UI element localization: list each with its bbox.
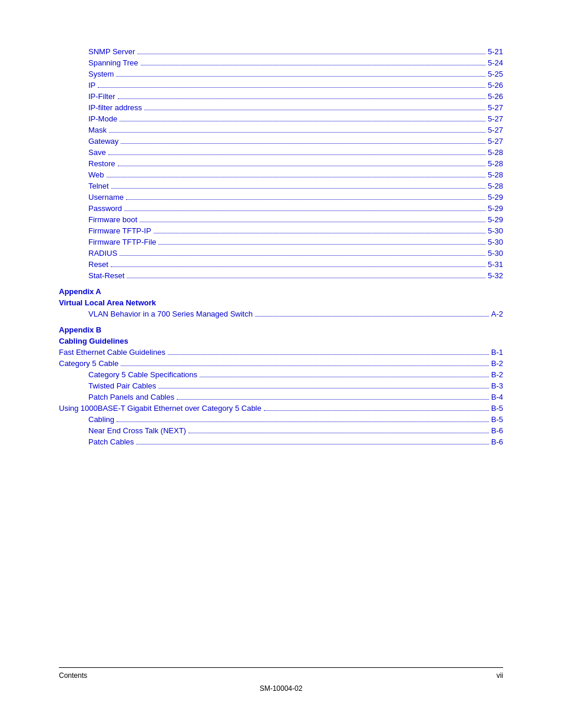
page-content: SNMP Server5-21Spanning Tree5-24System5-… <box>0 0 562 496</box>
toc-entry: SNMP Server5-21 <box>59 47 503 56</box>
toc-entry-page: 5-32 <box>488 271 503 280</box>
toc-entry-label[interactable]: IP-filter address <box>88 103 142 112</box>
appendix-a-header: Appendix AVirtual Local Area Network <box>59 287 503 307</box>
toc-entry-page: B-2 <box>491 370 503 379</box>
toc-entry: Patch CablesB-6 <box>59 437 503 446</box>
appendix-b-title-line2: Cabling Guidelines <box>59 337 503 345</box>
toc-entry-page: 5-27 <box>488 114 503 123</box>
toc-entry-page: 5-28 <box>488 159 503 168</box>
toc-entry-page: 5-27 <box>488 137 503 146</box>
toc-entry-page: 5-31 <box>488 260 503 269</box>
toc-entry-label[interactable]: Web <box>88 170 104 179</box>
toc-entry-label[interactable]: IP <box>88 81 95 90</box>
toc-entry-page: 5-30 <box>488 238 503 246</box>
appendix-a-title-line1: Appendix A <box>59 287 503 296</box>
toc-entry-label[interactable]: Fast Ethernet Cable Guidelines <box>59 348 166 357</box>
toc-entry-page: 5-30 <box>488 226 503 235</box>
toc-entry-page: 5-30 <box>488 249 503 258</box>
toc-entry-label[interactable]: Patch Cables <box>88 437 134 446</box>
appendix-a-section: Appendix AVirtual Local Area NetworkVLAN… <box>59 287 503 318</box>
toc-entry-label[interactable]: Patch Panels and Cables <box>88 393 174 401</box>
toc-entry-label[interactable]: Save <box>88 148 106 157</box>
footer-center: SM-10004-02 <box>260 684 303 693</box>
toc-entry: Gateway5-27 <box>59 137 503 146</box>
toc-entry-page: B-1 <box>491 348 503 357</box>
appendix-b-title-line1: Appendix B <box>59 325 503 334</box>
toc-entry-page: B-5 <box>491 415 503 424</box>
toc-entry: VLAN Behavior in a 700 Series Managed Sw… <box>59 309 503 318</box>
toc-entry-label[interactable]: Near End Cross Talk (NEXT) <box>88 426 186 435</box>
toc-entry-label[interactable]: Password <box>88 204 122 213</box>
footer-left: Contents <box>59 671 87 680</box>
toc-entry: Reset5-31 <box>59 260 503 269</box>
toc-entry: Patch Panels and CablesB-4 <box>59 393 503 401</box>
toc-entry: System5-25 <box>59 70 503 78</box>
toc-entry: Using 1000BASE-T Gigabit Ethernet over C… <box>59 404 503 413</box>
toc-entry-page: B-5 <box>491 404 503 413</box>
toc-entry-page: 5-28 <box>488 170 503 179</box>
toc-entry-label[interactable]: Username <box>88 193 124 202</box>
toc-entry: Spanning Tree5-24 <box>59 58 503 67</box>
toc-entry-label[interactable]: Stat-Reset <box>88 271 124 280</box>
toc-entry: Category 5 Cable SpecificationsB-2 <box>59 370 503 379</box>
toc-entry-label[interactable]: Using 1000BASE-T Gigabit Ethernet over C… <box>59 404 262 413</box>
toc-entry-label[interactable]: RADIUS <box>88 249 117 258</box>
toc-entry: Telnet5-28 <box>59 182 503 190</box>
toc-section-main: SNMP Server5-21Spanning Tree5-24System5-… <box>59 47 503 280</box>
toc-entry-label[interactable]: Restore <box>88 159 115 168</box>
toc-entry-label[interactable]: Spanning Tree <box>88 58 138 67</box>
footer-right: vii <box>497 671 503 680</box>
appendix-b-header: Appendix BCabling Guidelines <box>59 325 503 345</box>
toc-entry-page: 5-24 <box>488 58 503 67</box>
toc-entry: Category 5 CableB-2 <box>59 359 503 368</box>
toc-entry-page: 5-27 <box>488 126 503 134</box>
toc-entry: Password5-29 <box>59 204 503 213</box>
toc-entry: CablingB-5 <box>59 415 503 424</box>
toc-entry-label[interactable]: Telnet <box>88 182 109 190</box>
toc-entry-page: 5-26 <box>488 92 503 101</box>
toc-entry-label[interactable]: Gateway <box>88 137 118 146</box>
toc-entry: Near End Cross Talk (NEXT)B-6 <box>59 426 503 435</box>
toc-entry-label[interactable]: System <box>88 70 114 78</box>
toc-entry: Stat-Reset5-32 <box>59 271 503 280</box>
toc-entry-label[interactable]: Firmware boot <box>88 215 137 224</box>
toc-entry: IP-Filter5-26 <box>59 92 503 101</box>
toc-entry: IP-filter address5-27 <box>59 103 503 112</box>
toc-entry: RADIUS5-30 <box>59 249 503 258</box>
toc-entry-label[interactable]: Category 5 Cable <box>59 359 118 368</box>
toc-entry-page: 5-29 <box>488 193 503 202</box>
toc-entry-page: B-6 <box>491 437 503 446</box>
toc-entry-page: B-2 <box>491 359 503 368</box>
toc-entry-page: B-6 <box>491 426 503 435</box>
toc-entry-label[interactable]: Reset <box>88 260 108 269</box>
toc-entry-page: 5-28 <box>488 148 503 157</box>
toc-entry: Fast Ethernet Cable GuidelinesB-1 <box>59 348 503 357</box>
toc-entry: Web5-28 <box>59 170 503 179</box>
toc-entry: IP-Mode5-27 <box>59 114 503 123</box>
toc-entry-page: B-3 <box>491 381 503 390</box>
toc-entry-page: 5-29 <box>488 204 503 213</box>
toc-entry-label[interactable]: SNMP Server <box>88 47 135 56</box>
toc-entry-label[interactable]: IP-Mode <box>88 114 117 123</box>
toc-entry-label[interactable]: Category 5 Cable Specifications <box>88 370 197 379</box>
toc-entry: IP5-26 <box>59 81 503 90</box>
toc-entry-label[interactable]: VLAN Behavior in a 700 Series Managed Sw… <box>88 309 253 318</box>
appendix-a-title-line2: Virtual Local Area Network <box>59 298 503 307</box>
toc-entry: Firmware TFTP-File5-30 <box>59 238 503 246</box>
toc-entry-label[interactable]: Cabling <box>88 415 114 424</box>
toc-entry-label[interactable]: Mask <box>88 126 107 134</box>
toc-entry-label[interactable]: Firmware TFTP-IP <box>88 226 151 235</box>
toc-entry-label[interactable]: Firmware TFTP-File <box>88 238 156 246</box>
footer: Contents vii SM-10004-02 <box>0 667 562 693</box>
toc-entry-page: 5-28 <box>488 182 503 190</box>
toc-entry-page: A-2 <box>491 309 503 318</box>
toc-entry-page: 5-25 <box>488 70 503 78</box>
toc-entry-page: 5-21 <box>488 47 503 56</box>
toc-entry: Restore5-28 <box>59 159 503 168</box>
toc-entry-page: 5-27 <box>488 103 503 112</box>
appendix-b-section: Appendix BCabling GuidelinesFast Etherne… <box>59 325 503 446</box>
toc-entry-label[interactable]: Twisted Pair Cables <box>88 381 156 390</box>
toc-entry-page: B-4 <box>491 393 503 401</box>
toc-entry-label[interactable]: IP-Filter <box>88 92 115 101</box>
toc-entry: Firmware TFTP-IP5-30 <box>59 226 503 235</box>
